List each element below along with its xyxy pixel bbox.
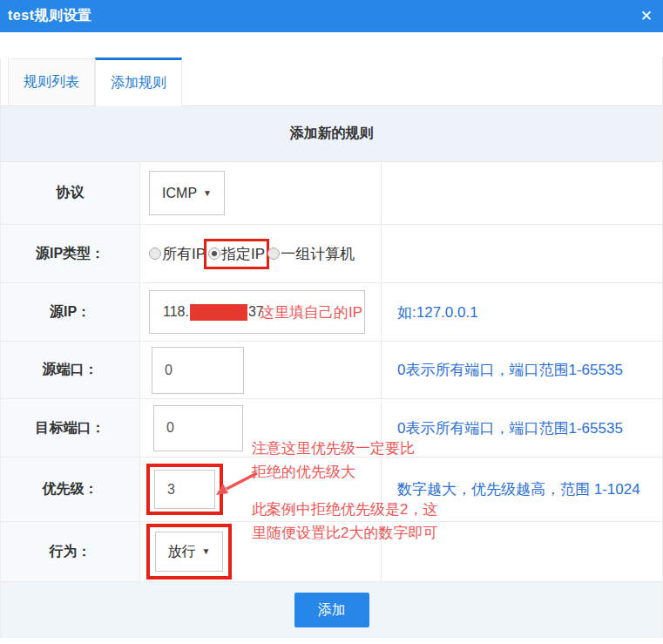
radio-computer-group[interactable]: 一组计算机	[267, 244, 355, 264]
action-label: 行为：	[1, 522, 140, 582]
row-dest-port: 目标端口： 0表示所有端口，端口范围1-65535	[1, 399, 662, 458]
form-footer: 添加	[1, 582, 662, 638]
radio-dot-icon	[208, 247, 220, 260]
protocol-select-value: ICMP	[162, 186, 197, 201]
source-ip-type-label: 源IP类型：	[1, 225, 140, 283]
row-priority: 优先级： 数字越大，优先级越高，范围 1-1024	[1, 458, 662, 522]
add-rule-form: 添加新的规则 协议 ICMP ▼ 源IP类型： 所有IP	[1, 106, 662, 638]
protocol-select[interactable]: ICMP ▼	[149, 171, 225, 215]
row-source-ip: 源IP： 118. 37 这里填自己的IP 如:127.0.0.1	[1, 283, 662, 342]
priority-hint: 数字越大，优先级越高，范围 1-1024	[382, 458, 662, 522]
dialog-title: test规则设置	[8, 7, 91, 25]
tab-rule-list[interactable]: 规则列表	[8, 58, 95, 105]
protocol-label: 协议	[1, 162, 140, 225]
radio-specified-ip[interactable]: 指定IP	[208, 244, 265, 264]
priority-input[interactable]	[154, 470, 215, 509]
source-port-input	[152, 347, 244, 394]
dialog-body: 规则列表 添加规则 添加新的规则 协议 ICMP ▼ 源IP类型：	[0, 58, 663, 638]
source-port-label: 源端口：	[1, 342, 140, 399]
priority-label: 优先级：	[1, 458, 140, 522]
tab-rule-list-label: 规则列表	[24, 73, 79, 92]
dialog-titlebar: test规则设置 ✕	[0, 0, 663, 32]
radio-all-ip-label: 所有IP	[162, 244, 206, 264]
dest-port-label: 目标端口：	[1, 399, 140, 458]
radio-all-ip[interactable]: 所有IP	[149, 244, 206, 264]
source-ip-prefix: 118.	[163, 304, 189, 320]
dest-port-input[interactable]	[153, 405, 243, 451]
form-section-title: 添加新的规则	[1, 106, 662, 162]
radio-circle-icon	[267, 247, 280, 260]
source-port-hint: 0表示所有端口，端口范围1-65535	[382, 342, 662, 399]
tab-add-rule[interactable]: 添加规则	[95, 58, 182, 106]
highlight-box-specified-ip: 指定IP	[204, 239, 269, 269]
radio-specified-ip-label: 指定IP	[221, 244, 265, 264]
radio-computer-group-label: 一组计算机	[281, 244, 355, 264]
tab-strip: 规则列表 添加规则	[1, 58, 662, 106]
row-protocol: 协议 ICMP ▼	[1, 162, 662, 225]
highlight-box-priority	[146, 464, 223, 515]
tab-add-rule-label: 添加规则	[111, 74, 166, 92]
source-ip-hint: 如:127.0.0.1	[382, 283, 662, 342]
source-ip-label: 源IP：	[1, 283, 140, 342]
close-icon[interactable]: ✕	[640, 9, 653, 24]
action-select[interactable]: 放行 ▼	[155, 532, 223, 572]
source-ip-annotation: 这里填自己的IP	[260, 302, 362, 322]
chevron-down-icon: ▼	[203, 188, 212, 198]
dest-port-hint: 0表示所有端口，端口范围1-65535	[382, 399, 662, 458]
highlight-box-action: 放行 ▼	[146, 524, 232, 580]
row-action: 行为： 放行 ▼	[1, 522, 662, 582]
redaction-block	[190, 304, 247, 321]
row-source-ip-type: 源IP类型： 所有IP 指定IP 一组计算机	[1, 225, 662, 283]
row-source-port: 源端口： 0表示所有端口，端口范围1-65535	[1, 342, 662, 399]
radio-circle-icon	[149, 247, 161, 260]
add-button[interactable]: 添加	[294, 593, 369, 627]
